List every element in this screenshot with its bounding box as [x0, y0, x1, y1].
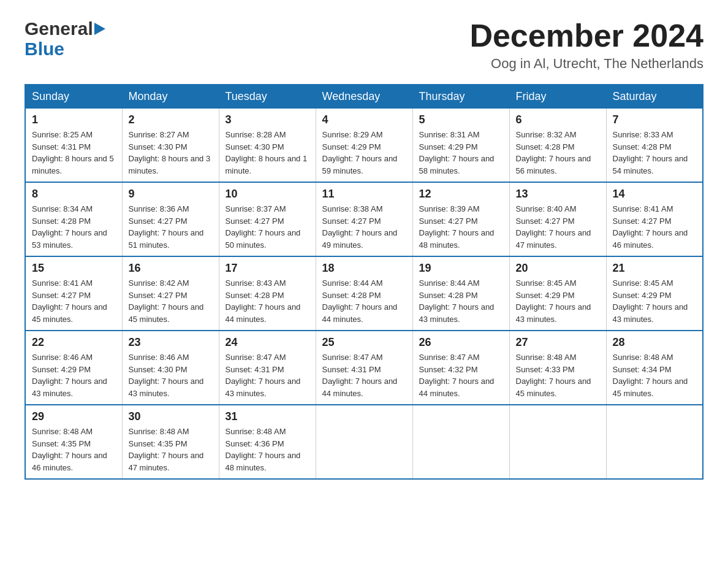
calendar-cell: 18 Sunrise: 8:44 AM Sunset: 4:28 PM Dayl…	[316, 256, 412, 331]
sunrise-label: Sunrise: 8:47 AM	[419, 353, 480, 362]
column-header-saturday: Saturday	[606, 85, 703, 109]
sunset-label: Sunset: 4:29 PM	[516, 291, 575, 300]
daylight-label: Daylight: 7 hours and 53 minutes.	[32, 228, 107, 250]
calendar-cell: 29 Sunrise: 8:48 AM Sunset: 4:35 PM Dayl…	[25, 405, 122, 479]
day-info: Sunrise: 8:36 AM Sunset: 4:27 PM Dayligh…	[129, 203, 213, 251]
calendar-cell: 9 Sunrise: 8:36 AM Sunset: 4:27 PM Dayli…	[122, 182, 219, 256]
day-info: Sunrise: 8:42 AM Sunset: 4:27 PM Dayligh…	[129, 277, 213, 325]
day-number: 5	[419, 113, 503, 126]
day-info: Sunrise: 8:48 AM Sunset: 4:34 PM Dayligh…	[613, 351, 697, 399]
calendar-cell: 27 Sunrise: 8:48 AM Sunset: 4:33 PM Dayl…	[509, 331, 606, 405]
page-header: General Blue December 2024 Oog in Al, Ut…	[25, 18, 703, 72]
sunrise-label: Sunrise: 8:44 AM	[322, 278, 383, 288]
calendar-cell: 10 Sunrise: 8:37 AM Sunset: 4:27 PM Dayl…	[219, 182, 316, 256]
daylight-label: Daylight: 7 hours and 51 minutes.	[129, 228, 204, 250]
day-number: 28	[613, 336, 697, 349]
daylight-label: Daylight: 7 hours and 49 minutes.	[322, 228, 398, 250]
column-header-friday: Friday	[509, 85, 606, 109]
sunrise-label: Sunrise: 8:47 AM	[226, 353, 286, 362]
daylight-label: Daylight: 7 hours and 44 minutes.	[322, 377, 398, 398]
sunrise-label: Sunrise: 8:41 AM	[613, 204, 673, 213]
day-number: 25	[322, 336, 406, 349]
calendar-cell: 12 Sunrise: 8:39 AM Sunset: 4:27 PM Dayl…	[412, 182, 509, 256]
daylight-label: Daylight: 7 hours and 43 minutes.	[32, 377, 107, 398]
day-info: Sunrise: 8:29 AM Sunset: 4:29 PM Dayligh…	[322, 129, 406, 177]
week-row-2: 8 Sunrise: 8:34 AM Sunset: 4:28 PM Dayli…	[25, 182, 703, 256]
day-info: Sunrise: 8:31 AM Sunset: 4:29 PM Dayligh…	[419, 129, 503, 177]
day-info: Sunrise: 8:47 AM Sunset: 4:32 PM Dayligh…	[419, 351, 503, 399]
sunset-label: Sunset: 4:31 PM	[226, 365, 284, 374]
daylight-label: Daylight: 7 hours and 43 minutes.	[226, 377, 301, 398]
calendar-cell: 7 Sunrise: 8:33 AM Sunset: 4:28 PM Dayli…	[606, 109, 703, 183]
sunrise-label: Sunrise: 8:42 AM	[129, 278, 189, 288]
day-number: 26	[419, 336, 503, 349]
daylight-label: Daylight: 8 hours and 1 minute.	[226, 154, 308, 175]
sunrise-label: Sunrise: 8:29 AM	[322, 130, 383, 139]
daylight-label: Daylight: 7 hours and 50 minutes.	[226, 228, 301, 250]
calendar-body: 1 Sunrise: 8:25 AM Sunset: 4:31 PM Dayli…	[25, 109, 703, 480]
week-row-4: 22 Sunrise: 8:46 AM Sunset: 4:29 PM Dayl…	[25, 331, 703, 405]
sunset-label: Sunset: 4:27 PM	[129, 291, 188, 300]
day-number: 20	[516, 262, 600, 275]
sunset-label: Sunset: 4:27 PM	[226, 216, 284, 226]
day-number: 29	[32, 410, 116, 423]
calendar-cell: 28 Sunrise: 8:48 AM Sunset: 4:34 PM Dayl…	[606, 331, 703, 405]
column-header-tuesday: Tuesday	[219, 85, 316, 109]
sunset-label: Sunset: 4:34 PM	[613, 365, 672, 374]
day-info: Sunrise: 8:46 AM Sunset: 4:30 PM Dayligh…	[129, 351, 213, 399]
day-number: 4	[322, 113, 406, 126]
daylight-label: Daylight: 7 hours and 45 minutes.	[129, 302, 204, 324]
calendar-cell: 15 Sunrise: 8:41 AM Sunset: 4:27 PM Dayl…	[25, 256, 122, 331]
calendar-cell: 6 Sunrise: 8:32 AM Sunset: 4:28 PM Dayli…	[509, 109, 606, 183]
day-info: Sunrise: 8:37 AM Sunset: 4:27 PM Dayligh…	[226, 203, 309, 251]
daylight-label: Daylight: 7 hours and 45 minutes.	[613, 377, 688, 398]
title-area: December 2024 Oog in Al, Utrecht, The Ne…	[469, 18, 703, 72]
day-info: Sunrise: 8:45 AM Sunset: 4:29 PM Dayligh…	[516, 277, 600, 325]
sunrise-label: Sunrise: 8:46 AM	[129, 353, 189, 362]
daylight-label: Daylight: 7 hours and 47 minutes.	[129, 451, 204, 472]
calendar-table: SundayMondayTuesdayWednesdayThursdayFrid…	[25, 84, 703, 480]
sunset-label: Sunset: 4:30 PM	[129, 142, 188, 151]
calendar-cell: 26 Sunrise: 8:47 AM Sunset: 4:32 PM Dayl…	[412, 331, 509, 405]
day-number: 3	[226, 113, 309, 126]
day-info: Sunrise: 8:32 AM Sunset: 4:28 PM Dayligh…	[516, 129, 600, 177]
day-info: Sunrise: 8:48 AM Sunset: 4:35 PM Dayligh…	[129, 426, 213, 473]
day-info: Sunrise: 8:38 AM Sunset: 4:27 PM Dayligh…	[322, 203, 406, 251]
svg-marker-0	[94, 23, 105, 35]
day-number: 6	[516, 113, 600, 126]
day-number: 13	[516, 188, 600, 201]
daylight-label: Daylight: 8 hours and 3 minutes.	[129, 154, 211, 175]
calendar-cell: 31 Sunrise: 8:48 AM Sunset: 4:36 PM Dayl…	[219, 405, 316, 479]
column-header-wednesday: Wednesday	[316, 85, 412, 109]
day-number: 30	[129, 410, 213, 423]
daylight-label: Daylight: 7 hours and 47 minutes.	[516, 228, 591, 250]
sunrise-label: Sunrise: 8:48 AM	[226, 427, 286, 436]
sunrise-label: Sunrise: 8:47 AM	[322, 353, 383, 362]
week-row-3: 15 Sunrise: 8:41 AM Sunset: 4:27 PM Dayl…	[25, 256, 703, 331]
calendar-cell: 25 Sunrise: 8:47 AM Sunset: 4:31 PM Dayl…	[316, 331, 412, 405]
sunset-label: Sunset: 4:28 PM	[32, 216, 91, 226]
week-row-5: 29 Sunrise: 8:48 AM Sunset: 4:35 PM Dayl…	[25, 405, 703, 479]
calendar-cell: 20 Sunrise: 8:45 AM Sunset: 4:29 PM Dayl…	[509, 256, 606, 331]
daylight-label: Daylight: 7 hours and 56 minutes.	[516, 154, 591, 175]
day-number: 14	[613, 188, 697, 201]
calendar-cell: 8 Sunrise: 8:34 AM Sunset: 4:28 PM Dayli…	[25, 182, 122, 256]
day-number: 18	[322, 262, 406, 275]
sunrise-label: Sunrise: 8:45 AM	[613, 278, 673, 288]
daylight-label: Daylight: 7 hours and 43 minutes.	[419, 302, 495, 324]
sunrise-label: Sunrise: 8:25 AM	[32, 130, 93, 139]
sunrise-label: Sunrise: 8:48 AM	[129, 427, 189, 436]
sunrise-label: Sunrise: 8:33 AM	[613, 130, 673, 139]
sunrise-label: Sunrise: 8:32 AM	[516, 130, 577, 139]
sunrise-label: Sunrise: 8:48 AM	[613, 353, 673, 362]
sunset-label: Sunset: 4:28 PM	[516, 142, 575, 151]
day-number: 8	[32, 188, 116, 201]
daylight-label: Daylight: 7 hours and 44 minutes.	[226, 302, 301, 324]
sunset-label: Sunset: 4:31 PM	[322, 365, 381, 374]
day-info: Sunrise: 8:48 AM Sunset: 4:35 PM Dayligh…	[32, 426, 116, 473]
daylight-label: Daylight: 7 hours and 46 minutes.	[613, 228, 688, 250]
day-info: Sunrise: 8:48 AM Sunset: 4:33 PM Dayligh…	[516, 351, 600, 399]
daylight-label: Daylight: 7 hours and 43 minutes.	[516, 302, 591, 324]
calendar-cell: 17 Sunrise: 8:43 AM Sunset: 4:28 PM Dayl…	[219, 256, 316, 331]
sunset-label: Sunset: 4:28 PM	[226, 291, 284, 300]
